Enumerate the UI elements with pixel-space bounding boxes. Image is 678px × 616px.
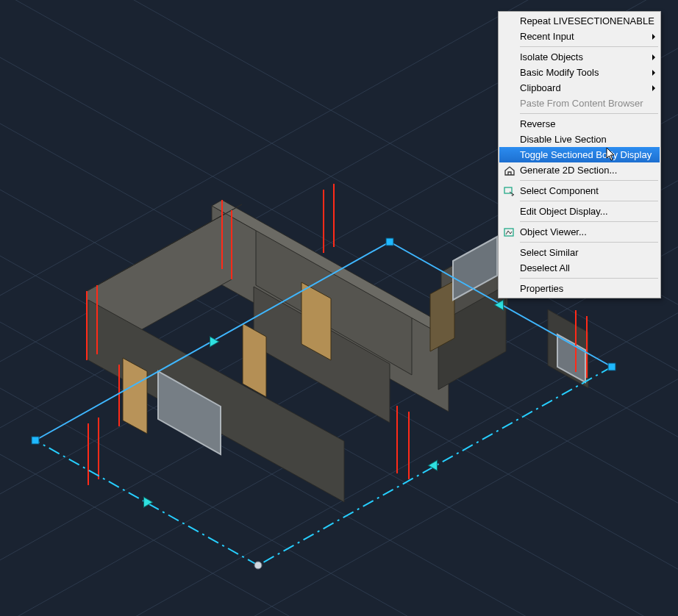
context-menu[interactable]: Repeat LIVESECTIONENABLERecent InputIsol… <box>498 11 661 298</box>
blank-icon <box>499 80 520 96</box>
menu-item-properties[interactable]: Properties <box>499 281 660 296</box>
menu-item-generate-2d-section[interactable]: Generate 2D Section... <box>499 162 660 178</box>
menu-item-label: Select Component <box>520 185 646 196</box>
grip-triangle[interactable] <box>139 497 152 509</box>
menu-item-label: Reverse <box>520 118 646 129</box>
menu-separator <box>520 113 658 114</box>
menu-item-label: Edit Object Display... <box>520 206 646 217</box>
blank-icon <box>499 147 520 162</box>
menu-item-repeat-livesectionenable[interactable]: Repeat LIVESECTIONENABLE <box>499 13 660 29</box>
menu-item-reverse[interactable]: Reverse <box>499 116 660 132</box>
viewer-icon <box>499 224 520 240</box>
menu-item-label: Toggle Sectioned Body Display <box>520 149 652 160</box>
origin-marker[interactable] <box>254 562 262 569</box>
menu-item-label: Deselect All <box>520 262 646 273</box>
blank-icon <box>499 65 520 80</box>
grip-square[interactable] <box>32 437 39 444</box>
grip-square[interactable] <box>386 238 393 246</box>
menu-item-edit-object-display[interactable]: Edit Object Display... <box>499 204 660 219</box>
menu-item-isolate-objects[interactable]: Isolate Objects <box>499 49 660 65</box>
menu-item-label: Select Similar <box>520 247 646 258</box>
menu-separator <box>520 46 658 47</box>
menu-item-label: Repeat LIVESECTIONENABLE <box>520 15 654 26</box>
house-icon <box>499 162 520 178</box>
menu-item-deselect-all[interactable]: Deselect All <box>499 260 660 276</box>
chevron-right-icon <box>652 85 655 91</box>
menu-separator <box>520 201 658 201</box>
blank-icon <box>499 96 520 111</box>
menu-item-label: Paste From Content Browser <box>520 98 646 109</box>
grip-triangle[interactable] <box>205 334 218 346</box>
menu-item-select-component[interactable]: Select Component <box>499 183 660 198</box>
menu-item-label: Basic Modify Tools <box>520 67 646 78</box>
blank-icon <box>499 281 520 296</box>
grip-square[interactable] <box>608 363 615 370</box>
menu-item-disable-live-section[interactable]: Disable Live Section <box>499 132 660 147</box>
menu-item-label: Properties <box>520 283 646 294</box>
blank-icon <box>499 13 520 29</box>
menu-item-recent-input[interactable]: Recent Input <box>499 29 660 44</box>
chevron-right-icon <box>652 34 655 40</box>
menu-item-basic-modify-tools[interactable]: Basic Modify Tools <box>499 65 660 80</box>
menu-separator <box>520 278 658 279</box>
menu-separator <box>520 180 658 181</box>
menu-item-select-similar[interactable]: Select Similar <box>499 245 660 260</box>
menu-item-label: Recent Input <box>520 31 646 42</box>
menu-item-label: Generate 2D Section... <box>520 165 646 176</box>
blank-icon <box>499 132 520 147</box>
menu-item-label: Disable Live Section <box>520 134 646 145</box>
door-3 <box>123 358 147 434</box>
chevron-right-icon <box>652 70 655 76</box>
blank-icon <box>499 49 520 65</box>
blank-icon <box>499 204 520 219</box>
select-icon <box>499 183 520 198</box>
door-2 <box>243 323 266 397</box>
chevron-right-icon <box>652 54 655 60</box>
menu-item-label: Isolate Objects <box>520 51 646 62</box>
menu-item-label: Object Viewer... <box>520 226 646 237</box>
menu-item-paste-from-content-browser: Paste From Content Browser <box>499 96 660 111</box>
menu-item-object-viewer[interactable]: Object Viewer... <box>499 224 660 240</box>
grip-triangle[interactable] <box>428 460 441 473</box>
blank-icon <box>499 260 520 276</box>
blank-icon <box>499 29 520 44</box>
menu-item-clipboard[interactable]: Clipboard <box>499 80 660 96</box>
menu-separator <box>520 221 658 222</box>
menu-item-label: Clipboard <box>520 82 646 93</box>
blank-icon <box>499 245 520 260</box>
blank-icon <box>499 116 520 132</box>
menu-separator <box>520 242 658 243</box>
menu-item-toggle-sectioned-body-display[interactable]: Toggle Sectioned Body Display <box>499 147 660 162</box>
